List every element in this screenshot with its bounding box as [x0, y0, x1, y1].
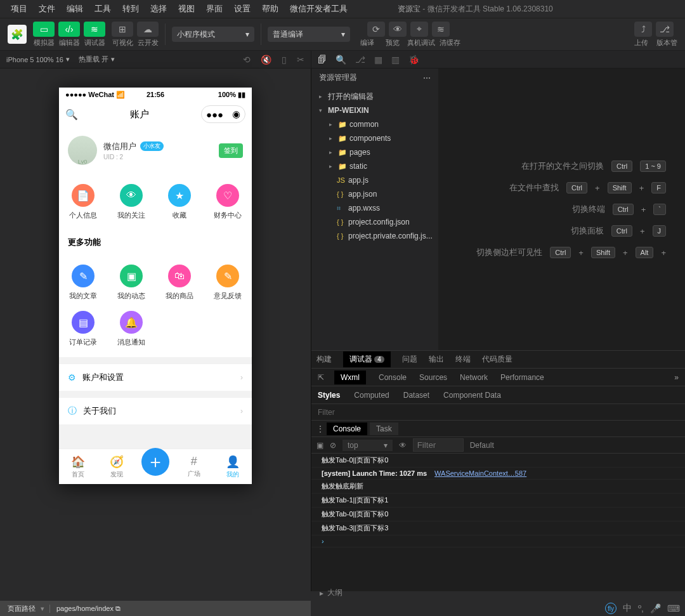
tab-styles[interactable]: Styles: [318, 391, 340, 400]
more-icon[interactable]: ⋯: [423, 74, 431, 82]
sidebar-icon[interactable]: ▣: [316, 441, 323, 450]
tab-lint[interactable]: 代码质量: [482, 354, 512, 365]
clear-cache-button[interactable]: ≋: [432, 22, 450, 37]
compile-mode-select[interactable]: 普通编译▾: [268, 27, 350, 42]
styles-filter[interactable]: Filter: [318, 408, 335, 417]
list-item[interactable]: ⓘ关于我们›: [59, 397, 252, 424]
mode-select[interactable]: 小程序模式▾: [172, 27, 254, 42]
menu-settings[interactable]: 设置: [228, 3, 256, 15]
tab-debugger[interactable]: 调试器 4: [343, 351, 391, 367]
fab-add[interactable]: ＋: [141, 448, 169, 476]
outline-header[interactable]: ▸大纲: [313, 585, 349, 601]
phone-icon[interactable]: ▯: [282, 55, 287, 65]
drawer-console[interactable]: Console: [327, 423, 367, 435]
menu-ui[interactable]: 界面: [200, 3, 228, 15]
tab-output[interactable]: 输出: [429, 354, 444, 365]
tab-terminal[interactable]: 终端: [455, 354, 471, 365]
log-link[interactable]: WAServiceMainContext…587: [434, 469, 526, 477]
tab-build[interactable]: 构建: [316, 354, 332, 365]
hotreload-select[interactable]: 热重载 开▾: [79, 55, 115, 64]
grid-item[interactable]: ✎意见反馈: [204, 259, 252, 306]
grid-item[interactable]: 👁我的关注: [107, 179, 155, 225]
tab-dataset[interactable]: Dataset: [403, 391, 429, 400]
menu-edit[interactable]: 编辑: [61, 3, 89, 15]
tab-item[interactable]: 🧭发现: [98, 455, 136, 479]
tab-problems[interactable]: 问题: [402, 354, 417, 365]
grid-item[interactable]: 🛍我的商品: [155, 259, 204, 306]
page-path[interactable]: pages/home/index ⧉: [49, 605, 121, 613]
tree-file[interactable]: { }app.json: [311, 187, 438, 201]
tab-performance[interactable]: Performance: [500, 373, 544, 382]
real-debug-button[interactable]: ⌖: [410, 22, 428, 37]
inspect-icon[interactable]: ⇱: [318, 373, 324, 382]
tab-wxml[interactable]: Wxml: [334, 370, 366, 384]
grid-item[interactable]: ★收藏: [155, 179, 204, 225]
console-filter[interactable]: [413, 438, 464, 452]
tree-project[interactable]: ▾MP-WEIXIN: [311, 103, 438, 117]
menu-project[interactable]: 项目: [5, 3, 33, 15]
menu-view[interactable]: 视图: [173, 3, 200, 15]
mute-icon[interactable]: 🔇: [261, 55, 271, 65]
git-icon[interactable]: ⎇: [355, 55, 365, 65]
device-select[interactable]: iPhone 5 100% 16▾: [6, 55, 70, 63]
upload-button[interactable]: ⤴: [634, 22, 652, 37]
capsule[interactable]: ●●●◉: [201, 105, 245, 123]
version-button[interactable]: ⎇: [656, 22, 674, 37]
toggle-visual[interactable]: ⊞: [112, 22, 133, 37]
tree-open-editors[interactable]: ▸打开的编辑器: [311, 89, 438, 103]
grid-item[interactable]: ▣我的动态: [107, 259, 155, 306]
tree-folder[interactable]: ▸📁static: [311, 159, 438, 173]
signin-button[interactable]: 签到: [219, 143, 243, 158]
tab-item[interactable]: 🏠首页: [59, 455, 98, 479]
tab-item[interactable]: 👤我的: [213, 455, 252, 479]
menu-file[interactable]: 文件: [33, 3, 61, 15]
tree-file[interactable]: { }project.private.config.js...: [311, 229, 438, 243]
preview-button[interactable]: 👁: [389, 22, 407, 37]
tree-file[interactable]: ⌗app.wxss: [311, 201, 438, 215]
grid-item[interactable]: ♡财务中心: [204, 179, 252, 225]
grid-item[interactable]: 📄个人信息: [59, 179, 107, 225]
project-logo[interactable]: 🧩: [8, 25, 27, 44]
ime-icon[interactable]: 中: [623, 603, 632, 614]
context-select[interactable]: top▾: [342, 440, 393, 451]
toggle-simulator[interactable]: ▭: [33, 22, 55, 37]
tab-sources[interactable]: Sources: [419, 373, 447, 382]
grid-item[interactable]: ▤订单记录: [59, 306, 107, 352]
kb-icon[interactable]: ⌨: [667, 603, 680, 613]
search-icon[interactable]: 🔍: [336, 55, 346, 65]
tab-network[interactable]: Network: [460, 373, 488, 382]
tree-folder[interactable]: ▸📁components: [311, 131, 438, 145]
tree-folder[interactable]: ▸📁common: [311, 117, 438, 131]
menu-select[interactable]: 选择: [145, 3, 173, 15]
tab-item[interactable]: #广场: [174, 455, 213, 478]
toggle-cloud[interactable]: ☁: [137, 22, 159, 37]
grid-item[interactable]: 🔔消息通知: [107, 306, 155, 352]
menu-tool[interactable]: 工具: [89, 3, 117, 15]
tab-computed[interactable]: Computed: [354, 391, 389, 400]
menu-goto[interactable]: 转到: [117, 3, 145, 15]
tab-console[interactable]: Console: [379, 373, 407, 382]
toggle-editor[interactable]: ‹/›: [58, 22, 80, 37]
profile-card[interactable]: Lv0 微信用户小水友 UID : 2 签到: [59, 127, 252, 174]
clear-icon[interactable]: ⊘: [330, 441, 336, 450]
list-item[interactable]: ⚙账户和设置›: [59, 364, 252, 391]
tree-folder[interactable]: ▸📁pages: [311, 145, 438, 159]
cut-icon[interactable]: ✂: [297, 55, 304, 65]
drawer-task[interactable]: Task: [370, 423, 398, 435]
eye-icon[interactable]: 👁: [399, 441, 407, 450]
toggle-debugger[interactable]: ≋: [84, 22, 105, 37]
level-default[interactable]: Default: [470, 441, 494, 450]
tree-file[interactable]: { }project.config.json: [311, 215, 438, 229]
tree-file[interactable]: JSapp.js: [311, 173, 438, 187]
menu-wx[interactable]: 微信开发者工具: [284, 3, 353, 15]
search-icon[interactable]: 🔍: [65, 108, 78, 121]
tabs-more-icon[interactable]: »: [674, 373, 679, 382]
grid-item[interactable]: ✎我的文章: [59, 259, 107, 306]
drawer-more-icon[interactable]: ⋮: [316, 424, 324, 433]
mic-icon[interactable]: 🎤: [650, 603, 661, 613]
db-icon[interactable]: ▥: [391, 55, 400, 65]
ext-icon[interactable]: ▦: [374, 55, 382, 65]
compile-button[interactable]: ⟳: [367, 22, 385, 37]
bug-icon[interactable]: 🐞: [408, 55, 419, 65]
files-icon[interactable]: 🗐: [318, 55, 327, 65]
